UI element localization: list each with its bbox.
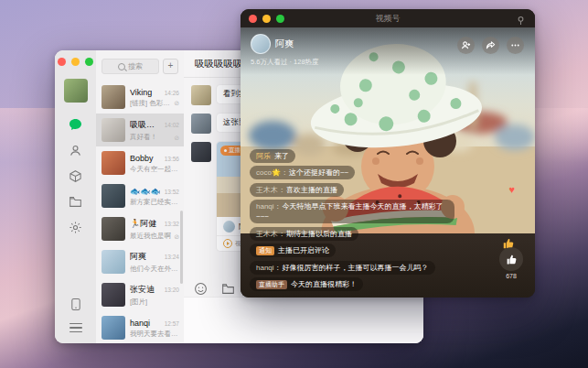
like-button[interactable] bbox=[499, 247, 523, 271]
message-input-area[interactable] bbox=[184, 297, 423, 343]
chat-list-item[interactable]: 张安迪13:20 [图片] bbox=[96, 278, 184, 311]
mute-icon: ⊘ bbox=[174, 233, 179, 240]
files-icon[interactable] bbox=[68, 194, 83, 210]
avatar[interactable] bbox=[191, 142, 211, 162]
window-controls bbox=[58, 58, 93, 66]
desktop: 搜索 + Viking14:26 [链接] 色彩图书馆⊘ 吸吸吸吸吸猫群🐈14:… bbox=[0, 0, 588, 368]
streamer-name: 阿爽 bbox=[275, 38, 294, 50]
chats-icon[interactable] bbox=[68, 117, 83, 133]
file-icon[interactable] bbox=[221, 282, 235, 296]
scrollbar[interactable] bbox=[180, 211, 183, 284]
live-comment-assistant: 直播助手今天的直播很精彩！ bbox=[250, 277, 363, 291]
more-button[interactable] bbox=[507, 37, 524, 54]
window-title: 视频号 bbox=[241, 13, 535, 25]
avatar bbox=[223, 221, 235, 233]
live-comment-notice: 通知主播已开启评论 bbox=[250, 244, 336, 257]
heart-reaction-icon: ♥ bbox=[508, 184, 515, 195]
share-button[interactable] bbox=[482, 37, 499, 54]
streamer-header: 阿爽 5.6万人看过 · 128热度 bbox=[251, 34, 319, 67]
like-count: 678 bbox=[506, 273, 517, 279]
mute-icon: ⊘ bbox=[174, 135, 179, 141]
view-stats: 5.6万人看过 · 128热度 bbox=[251, 58, 319, 67]
chat-list-item[interactable]: 🐟🐟🐟13:52 新方案已经实现了 bbox=[96, 179, 184, 212]
follow-button[interactable] bbox=[457, 37, 475, 54]
channels-live-window: 视频号 bbox=[241, 9, 535, 298]
mute-icon: ⊘ bbox=[174, 100, 179, 106]
pin-icon[interactable] bbox=[516, 13, 526, 29]
live-comment: hanqi好像很厉害的样子，主播可以再播一会儿吗？ bbox=[250, 261, 435, 275]
contacts-icon[interactable] bbox=[68, 143, 83, 158]
close-button[interactable] bbox=[58, 58, 66, 66]
avatar bbox=[102, 316, 125, 340]
chat-list-item[interactable]: 🏃阿健13:32 最近我也是啊⊘ bbox=[96, 212, 184, 245]
avatar[interactable] bbox=[191, 114, 211, 134]
chat-list-item[interactable]: Viking14:26 [链接] 色彩图书馆⊘ bbox=[96, 81, 184, 114]
settings-icon[interactable] bbox=[68, 220, 83, 235]
channels-icon bbox=[223, 239, 232, 248]
avatar bbox=[102, 217, 125, 241]
avatar bbox=[102, 85, 125, 109]
avatar[interactable] bbox=[191, 85, 211, 105]
avatar bbox=[102, 250, 125, 274]
add-chat-button[interactable]: + bbox=[163, 59, 178, 74]
search-placeholder: 搜索 bbox=[128, 61, 143, 71]
live-comment: hanqi今天特地早点下班来看主播今天的直播，太精彩了~~~ bbox=[250, 200, 454, 223]
live-comments: 阿乐来了 coco🌟这个还挺好看的~~ 王木木喜欢主播的直播 hanqi今天特地… bbox=[250, 149, 454, 292]
live-comment-join: 阿乐来了 bbox=[250, 149, 295, 163]
live-titlebar: 视频号 bbox=[241, 9, 535, 27]
zoom-button[interactable] bbox=[276, 15, 284, 23]
group-avatar bbox=[102, 118, 125, 142]
zoom-button[interactable] bbox=[85, 58, 93, 66]
live-comment: coco🌟这个还挺好看的~~ bbox=[250, 166, 355, 179]
live-actions bbox=[457, 37, 524, 54]
minimize-button[interactable] bbox=[262, 15, 271, 23]
chat-list-item[interactable]: hanqi12:57 我明天要去看车展 bbox=[96, 311, 184, 343]
search-input[interactable]: 搜索 bbox=[102, 59, 159, 74]
favorites-icon[interactable] bbox=[68, 168, 83, 184]
chat-list-item[interactable]: Bobby13:56 今天有空一起出去吃饭吗？ bbox=[96, 146, 184, 179]
wechat-sidebar bbox=[55, 50, 97, 343]
like-widget: 678 bbox=[499, 247, 523, 279]
live-comment: 王木木喜欢主播的直播 bbox=[250, 183, 344, 197]
close-button[interactable] bbox=[249, 15, 257, 23]
chat-list-item-selected[interactable]: 吸吸吸吸吸猫群🐈14:02 真好看！⊘ bbox=[96, 114, 184, 146]
avatar[interactable] bbox=[64, 79, 88, 103]
chat-list-item[interactable]: 阿爽13:24 他们今天在外面，明天就… bbox=[96, 245, 184, 278]
avatar bbox=[102, 184, 125, 208]
avatar bbox=[102, 151, 125, 175]
emoji-icon[interactable] bbox=[194, 282, 208, 296]
search-icon bbox=[118, 63, 125, 70]
avatar bbox=[102, 283, 125, 307]
phone-icon[interactable] bbox=[68, 297, 83, 312]
streamer-avatar[interactable] bbox=[251, 34, 271, 54]
minimize-button[interactable] bbox=[71, 58, 80, 66]
live-comment: 王木木期待主播以后的直播 bbox=[250, 227, 358, 241]
menu-icon[interactable] bbox=[69, 323, 82, 333]
chat-list-pane: 搜索 + Viking14:26 [链接] 色彩图书馆⊘ 吸吸吸吸吸猫群🐈14:… bbox=[96, 50, 185, 343]
